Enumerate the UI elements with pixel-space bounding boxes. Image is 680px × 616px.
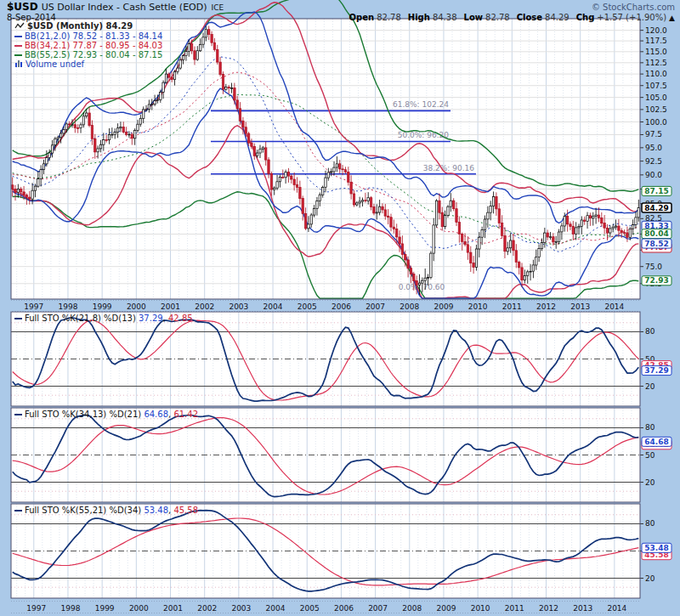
- svg-text:72.93: 72.93: [644, 276, 668, 285]
- svg-text:0.0%: 70.60: 0.0%: 70.60: [399, 283, 445, 291]
- svg-text:2009: 2009: [437, 604, 456, 613]
- svg-text:2012: 2012: [539, 604, 558, 613]
- svg-text:2011: 2011: [502, 302, 522, 311]
- up-arrow-icon: ▲: [669, 14, 675, 22]
- svg-text:2005: 2005: [298, 302, 317, 311]
- svg-text:2005: 2005: [300, 604, 320, 613]
- svg-text:105.0: 105.0: [645, 93, 667, 102]
- svg-text:92.5: 92.5: [645, 157, 662, 166]
- ohlc-values: Open82.78High84.38Low82.78Close84.29Chg+…: [343, 13, 666, 22]
- svg-text:61.8%: 102.24: 61.8%: 102.24: [393, 100, 449, 109]
- chart-header: $USDUS Dollar Index - Cash Settle (EOD)I…: [7, 1, 675, 23]
- svg-text:102.5: 102.5: [645, 105, 667, 114]
- exchange-label: ICE: [212, 3, 224, 12]
- svg-text:2007: 2007: [366, 302, 385, 311]
- chart-canvas: 72.575.077.580.082.585.087.590.092.595.0…: [0, 0, 680, 616]
- svg-text:1997: 1997: [24, 302, 43, 311]
- svg-text:1999: 1999: [93, 302, 112, 311]
- svg-text:90.0: 90.0: [645, 171, 662, 179]
- svg-text:1999: 1999: [95, 604, 115, 613]
- svg-text:38.2%: 90.16: 38.2%: 90.16: [423, 164, 475, 172]
- svg-text:2012: 2012: [536, 302, 556, 311]
- svg-text:120.0: 120.0: [645, 26, 667, 35]
- svg-text:115.0: 115.0: [645, 48, 667, 56]
- svg-text:2006: 2006: [332, 302, 351, 311]
- svg-text:2003: 2003: [231, 604, 251, 613]
- symbol-label: $USD: [7, 1, 38, 13]
- svg-text:50: 50: [645, 451, 655, 460]
- ohlc-quote: Open82.78High84.38Low82.78Close84.29Chg+…: [343, 13, 675, 23]
- svg-text:2013: 2013: [573, 604, 592, 613]
- svg-text:112.5: 112.5: [645, 59, 667, 67]
- svg-text:78.52: 78.52: [644, 240, 668, 248]
- svg-text:95.0: 95.0: [645, 144, 662, 152]
- svg-text:75.0: 75.0: [645, 263, 662, 271]
- svg-text:2000: 2000: [129, 604, 149, 613]
- svg-text:1998: 1998: [61, 604, 81, 613]
- svg-text:87.15: 87.15: [644, 187, 668, 195]
- svg-text:37.29: 37.29: [644, 366, 668, 375]
- svg-text:2011: 2011: [505, 604, 524, 613]
- svg-text:2013: 2013: [570, 302, 590, 311]
- svg-text:2010: 2010: [468, 302, 488, 311]
- svg-text:2003: 2003: [229, 302, 248, 311]
- svg-text:1997: 1997: [26, 604, 46, 613]
- svg-text:97.5: 97.5: [645, 130, 662, 138]
- header-title-row: $USDUS Dollar Index - Cash Settle (EOD)I…: [7, 1, 675, 13]
- svg-text:20: 20: [645, 574, 655, 583]
- svg-text:20: 20: [645, 478, 655, 487]
- svg-text:1998: 1998: [59, 302, 78, 311]
- svg-text:80: 80: [645, 519, 655, 528]
- svg-text:2014: 2014: [604, 302, 624, 311]
- page-title: US Dollar Index - Cash Settle (EOD): [42, 2, 207, 13]
- svg-text:107.5: 107.5: [645, 82, 667, 90]
- svg-text:2004: 2004: [266, 604, 286, 613]
- svg-text:84.29: 84.29: [644, 204, 668, 212]
- svg-text:20: 20: [645, 382, 655, 391]
- title-group: $USDUS Dollar Index - Cash Settle (EOD)I…: [7, 1, 224, 13]
- svg-text:100.0: 100.0: [645, 118, 667, 127]
- chart-date: 8-Sep-2014: [7, 13, 56, 22]
- svg-text:80.04: 80.04: [644, 229, 668, 238]
- svg-text:64.68: 64.68: [644, 438, 668, 446]
- svg-text:2007: 2007: [368, 604, 388, 613]
- svg-text:110.0: 110.0: [645, 70, 667, 78]
- svg-text:2009: 2009: [434, 302, 454, 311]
- stockcharts-page: 72.575.077.580.082.585.087.590.092.595.0…: [0, 0, 680, 616]
- svg-text:53.48: 53.48: [644, 544, 668, 552]
- svg-text:2000: 2000: [127, 302, 146, 311]
- svg-text:80: 80: [645, 327, 655, 336]
- svg-text:2002: 2002: [197, 604, 217, 613]
- svg-text:117.5: 117.5: [645, 37, 667, 45]
- svg-text:2001: 2001: [163, 604, 183, 613]
- svg-text:2014: 2014: [607, 604, 626, 613]
- svg-text:2010: 2010: [471, 604, 490, 613]
- svg-text:2006: 2006: [334, 604, 354, 613]
- svg-text:2004: 2004: [264, 302, 283, 311]
- svg-text:2001: 2001: [161, 302, 180, 311]
- svg-text:2002: 2002: [195, 302, 214, 311]
- svg-text:2008: 2008: [402, 604, 422, 613]
- stockcharts-credit: © StockCharts.com: [592, 3, 675, 12]
- svg-text:80: 80: [645, 423, 655, 432]
- header-quote-row: 8-Sep-2014 Open82.78High84.38Low82.78Clo…: [7, 13, 675, 23]
- svg-text:2008: 2008: [400, 302, 419, 311]
